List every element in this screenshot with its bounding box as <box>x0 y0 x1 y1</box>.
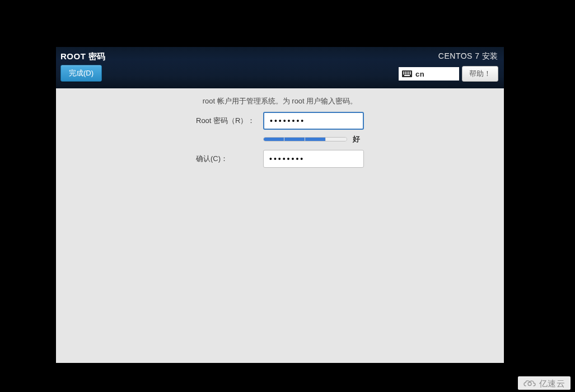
done-button[interactable]: 完成(D) <box>60 65 102 82</box>
installer-title: CENTOS 7 安装 <box>438 51 498 62</box>
keyboard-layout-indicator[interactable]: cn <box>399 67 459 81</box>
root-password-input[interactable] <box>263 112 364 130</box>
watermark: 亿速云 <box>518 376 571 390</box>
root-password-row: Root 密码（R）： <box>56 112 504 130</box>
svg-rect-4 <box>408 72 409 73</box>
confirm-password-input[interactable] <box>263 150 364 168</box>
keyboard-icon <box>402 70 412 77</box>
svg-point-12 <box>528 382 531 385</box>
installer-window: ROOT 密码 完成(D) CENTOS 7 安装 cn 帮助！ root 帐户… <box>56 47 504 363</box>
strength-segment-4 <box>326 138 347 141</box>
svg-rect-1 <box>403 72 404 73</box>
password-strength-meter <box>263 137 347 141</box>
help-button[interactable]: 帮助！ <box>462 66 498 82</box>
strength-segment-2 <box>284 138 305 141</box>
svg-rect-11 <box>404 75 410 76</box>
content-area: root 帐户用于管理系统。为 root 用户输入密码。 Root 密码（R）：… <box>56 88 504 168</box>
svg-rect-10 <box>410 73 411 74</box>
header-bar: ROOT 密码 完成(D) CENTOS 7 安装 cn 帮助！ <box>56 47 504 88</box>
cloud-icon <box>522 379 537 389</box>
svg-rect-3 <box>406 72 408 73</box>
page-title: ROOT 密码 <box>60 51 106 62</box>
description-text: root 帐户用于管理系统。为 root 用户输入密码。 <box>56 93 504 112</box>
confirm-password-label: 确认(C)： <box>196 154 258 164</box>
svg-rect-9 <box>408 73 409 74</box>
svg-rect-2 <box>405 72 406 73</box>
root-password-label: Root 密码（R）： <box>196 116 258 126</box>
keyboard-layout-label: cn <box>415 70 424 78</box>
confirm-password-row: 确认(C)： <box>56 150 504 168</box>
svg-rect-7 <box>405 73 406 74</box>
svg-rect-8 <box>406 73 408 74</box>
svg-rect-6 <box>403 73 404 74</box>
svg-rect-5 <box>410 72 411 73</box>
password-strength-text: 好 <box>353 134 364 144</box>
password-strength-row: 好 <box>56 134 504 144</box>
watermark-text: 亿速云 <box>539 379 565 389</box>
strength-segment-3 <box>305 138 326 141</box>
strength-segment-1 <box>264 138 284 141</box>
